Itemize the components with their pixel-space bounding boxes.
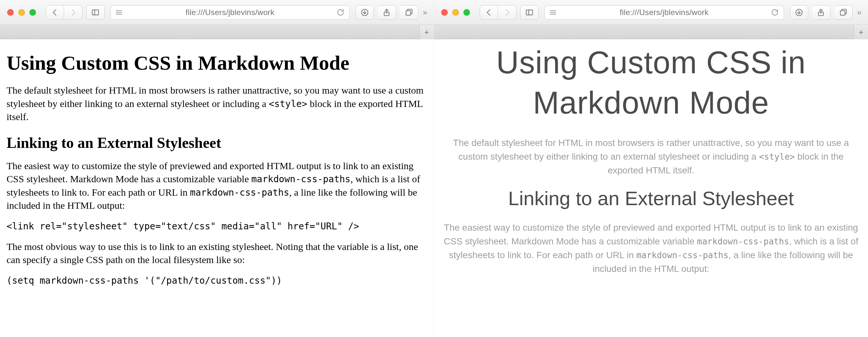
- tab-strip: +: [434, 25, 868, 39]
- forward-button[interactable]: [498, 5, 516, 20]
- window-zoom-button[interactable]: [463, 9, 470, 16]
- toolbar-overflow-button[interactable]: »: [422, 8, 429, 17]
- inline-code-style: <style>: [269, 99, 307, 109]
- section-heading-linking: Linking to an External Stylesheet: [6, 134, 426, 151]
- window-close-button[interactable]: [441, 9, 448, 16]
- sidebar-icon: [525, 8, 534, 17]
- address-url: file:///Users/jblevins/work: [186, 8, 275, 17]
- page-title: Using Custom CSS in Markdown Mode: [440, 43, 862, 123]
- new-tab-button[interactable]: +: [854, 25, 868, 39]
- tab-strip: +: [0, 25, 434, 39]
- download-icon: [795, 8, 803, 17]
- svg-rect-17: [840, 10, 845, 15]
- svg-rect-0: [92, 10, 99, 15]
- reader-view-icon: [549, 8, 557, 17]
- tabs-button[interactable]: [834, 5, 852, 20]
- safari-window-right: file:///Users/jblevins/work » + Using Cu…: [434, 0, 868, 337]
- sidebar-button[interactable]: [86, 5, 104, 20]
- nav-buttons: [480, 5, 516, 20]
- share-button[interactable]: [378, 5, 396, 20]
- share-button[interactable]: [812, 5, 830, 20]
- linking-paragraph: The easiest way to customize the style o…: [440, 221, 862, 276]
- tabs-icon: [405, 8, 413, 17]
- address-url: file:///Users/jblevins/work: [620, 8, 709, 17]
- svg-rect-9: [526, 10, 533, 15]
- traffic-lights: [7, 9, 36, 16]
- downloads-button[interactable]: [355, 5, 374, 20]
- intro-paragraph: The default stylesheet for HTML in most …: [6, 84, 426, 124]
- sidebar-button[interactable]: [520, 5, 538, 20]
- code-block-setq: (setq markdown-css-paths '("/path/to/cus…: [6, 275, 426, 286]
- new-tab-button[interactable]: +: [419, 25, 434, 39]
- linking-paragraph: The easiest way to customize the style o…: [6, 159, 426, 212]
- reload-icon[interactable]: [771, 8, 779, 17]
- code-block-link: <link rel="stylesheet" type="text/css" m…: [6, 221, 426, 232]
- tabs-icon: [839, 8, 847, 17]
- section-heading-linking: Linking to an External Stylesheet: [440, 187, 862, 210]
- chevron-right-icon: [69, 8, 78, 17]
- back-button[interactable]: [46, 5, 64, 20]
- toolbar: file:///Users/jblevins/work »: [0, 0, 434, 25]
- chevron-left-icon: [51, 8, 59, 17]
- share-icon: [817, 8, 825, 17]
- forward-button[interactable]: [64, 5, 82, 20]
- download-icon: [361, 8, 369, 17]
- usage-paragraph: The most obvious way to use this is to l…: [6, 240, 426, 266]
- window-close-button[interactable]: [7, 9, 14, 16]
- address-bar[interactable]: file:///Users/jblevins/work: [545, 5, 784, 20]
- reload-icon[interactable]: [336, 8, 345, 17]
- inline-code-var1: markdown-css-paths: [697, 236, 789, 246]
- sidebar-icon: [91, 8, 100, 17]
- share-icon: [382, 8, 391, 17]
- window-minimize-button[interactable]: [452, 9, 459, 16]
- window-zoom-button[interactable]: [29, 9, 36, 16]
- downloads-button[interactable]: [790, 5, 808, 20]
- safari-window-left: file:///Users/jblevins/work » + Using Cu…: [0, 0, 434, 337]
- traffic-lights: [441, 9, 470, 16]
- reader-view-icon: [115, 8, 123, 17]
- chevron-left-icon: [485, 8, 493, 17]
- tabs-button[interactable]: [400, 5, 418, 20]
- toolbar: file:///Users/jblevins/work »: [434, 0, 868, 25]
- intro-paragraph: The default stylesheet for HTML in most …: [440, 136, 862, 177]
- back-button[interactable]: [480, 5, 498, 20]
- page-title: Using Custom CSS in Markdown Mode: [6, 52, 426, 74]
- nav-buttons: [46, 5, 82, 20]
- chevron-right-icon: [503, 8, 512, 17]
- page-content-custom: Using Custom CSS in Markdown Mode The de…: [434, 39, 868, 337]
- page-content-default: Using Custom CSS in Markdown Mode The de…: [0, 39, 434, 337]
- inline-code-var2: markdown-css-paths: [190, 187, 289, 198]
- toolbar-overflow-button[interactable]: »: [857, 8, 863, 17]
- svg-rect-8: [406, 10, 410, 15]
- inline-code-var1: markdown-css-paths: [251, 174, 350, 185]
- inline-code-style: <style>: [759, 152, 795, 162]
- window-minimize-button[interactable]: [18, 9, 25, 16]
- address-bar[interactable]: file:///Users/jblevins/work: [111, 5, 350, 20]
- inline-code-var2: markdown-css-paths: [636, 250, 728, 260]
